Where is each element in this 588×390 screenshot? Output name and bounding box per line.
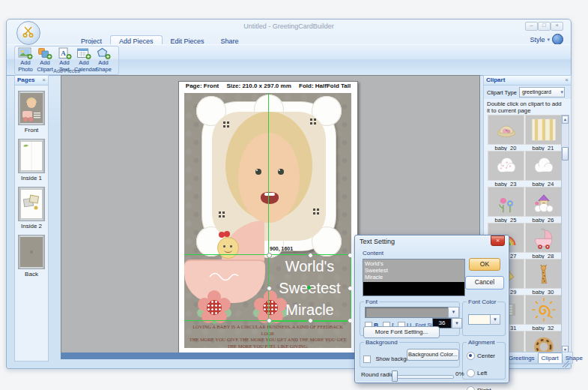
page-info-header: Page: Front Size: 210.0 x 297.0 mm Fold:… xyxy=(179,82,357,89)
resize-grip[interactable] xyxy=(563,361,569,368)
content-textarea[interactable]: World'sSweetestMiracle xyxy=(363,259,465,296)
giraffe-icon xyxy=(525,259,561,289)
content-label: Content xyxy=(363,250,384,256)
pram-baby-eye xyxy=(230,245,232,248)
button-label: Add xyxy=(55,60,74,66)
clipart-scrollbar[interactable]: ▲ ▼ xyxy=(561,115,569,355)
pram-baby-eye xyxy=(223,245,225,248)
pages-panel: Pages× FrontInside 1Inside 2Back xyxy=(14,75,49,362)
clipart-item[interactable] xyxy=(525,331,561,353)
ribbon-group-add-pieces: AddPhotoAddClipartAAddTextAddCalendarAdd… xyxy=(14,46,119,75)
tab-greetings[interactable]: Greetings xyxy=(506,353,538,363)
baby-photo[interactable] xyxy=(212,112,326,241)
radio-left[interactable] xyxy=(467,369,475,377)
clipart-item-baby_30[interactable]: baby_30 xyxy=(525,259,561,296)
title-bar[interactable]: Untitled - GreetingCardBuilder – □ × xyxy=(7,20,571,32)
pram-body-clipart[interactable] xyxy=(184,260,265,303)
clipart-item-baby_32[interactable]: baby_32 xyxy=(525,295,561,332)
clipart-icon xyxy=(37,47,52,59)
wreath-icon xyxy=(525,331,561,353)
round-radius-slider-thumb[interactable] xyxy=(392,370,398,382)
maximize-icon[interactable]: □ xyxy=(538,22,551,31)
clipart-item-baby_24[interactable]: baby_24 xyxy=(525,151,561,188)
background-color-button[interactable]: Background Color... xyxy=(407,349,459,361)
baby-teeth xyxy=(264,193,275,196)
page-label: Inside 1 xyxy=(15,175,48,182)
baby-eye xyxy=(278,169,284,175)
pram-baby-smile xyxy=(224,248,232,253)
close-icon[interactable]: × xyxy=(551,22,563,31)
resize-handle[interactable] xyxy=(308,253,313,258)
clipart-item-baby_26[interactable]: baby_26 xyxy=(525,187,561,224)
minimize-icon[interactable]: – xyxy=(525,22,538,31)
alignment-option-right[interactable]: Right xyxy=(467,383,495,390)
page-thumbnail xyxy=(18,139,45,173)
chevron-down-icon: ▾ xyxy=(547,37,550,43)
main-content: Pages× FrontInside 1Inside 2Back Page: F… xyxy=(7,74,571,363)
clipart-item-baby_20[interactable]: baby_20 xyxy=(488,115,524,152)
font-color-arrow-icon[interactable]: ▼ xyxy=(490,314,500,325)
clipart-item-baby_28[interactable]: baby_28 xyxy=(525,223,561,260)
clipart-type-select[interactable]: greetingcard xyxy=(519,87,565,98)
resize-handle[interactable] xyxy=(267,318,272,323)
button-label: Add xyxy=(16,60,35,66)
dialog-close-icon[interactable]: × xyxy=(491,236,505,246)
scroll-up-icon[interactable]: ▲ xyxy=(562,116,569,124)
background-group-label: Background xyxy=(364,339,399,346)
font-family-select[interactable] xyxy=(365,307,449,318)
clipart-hint: Double click on clipart to add it to cur… xyxy=(487,100,562,114)
font-family-arrow-icon[interactable]: ▼ xyxy=(448,307,459,318)
tab-clipart[interactable]: Clipart xyxy=(538,352,563,363)
page-thumbnail xyxy=(18,91,45,125)
page-item-front[interactable]: Front xyxy=(15,91,48,134)
font-size-arrow-icon[interactable]: ▼ xyxy=(452,318,462,328)
text-selection-box[interactable]: World'sSweetestMiracle xyxy=(268,254,351,322)
clipart-item-baby_21[interactable]: baby_21 xyxy=(525,115,561,152)
radio-label: Left xyxy=(477,370,487,376)
font-color-swatch[interactable] xyxy=(468,314,491,325)
clipart-item-baby_25[interactable]: baby_25 xyxy=(488,187,524,224)
resize-handle[interactable] xyxy=(348,318,351,323)
more-font-setting-button[interactable]: More Font Setting... xyxy=(363,326,440,338)
pages-close-icon[interactable]: × xyxy=(42,76,46,85)
radio-right[interactable] xyxy=(467,386,475,390)
clipart-close-icon[interactable]: × xyxy=(565,76,569,85)
page-item-inside-1[interactable]: Inside 1 xyxy=(15,139,48,182)
ok-button[interactable]: OK xyxy=(469,258,500,271)
radio-center[interactable] xyxy=(467,352,475,360)
style-menu[interactable]: Style ▾ xyxy=(530,34,563,45)
page-item-back[interactable]: Back xyxy=(15,235,48,278)
page-item-inside-2[interactable]: Inside 2 xyxy=(15,187,48,230)
scrollbar-thumb[interactable] xyxy=(562,147,569,160)
round-radius-slider[interactable] xyxy=(392,375,454,379)
button-label: Add xyxy=(35,60,55,66)
clipart-item-baby_23[interactable]: baby_23 xyxy=(488,151,524,188)
cloud-dots-icon xyxy=(488,151,524,181)
resize-handle[interactable] xyxy=(348,253,351,258)
button-label: Add xyxy=(74,60,94,66)
baby-mouth xyxy=(261,192,279,204)
style-label: Style xyxy=(530,36,545,44)
card-page[interactable]: Page: Front Size: 210.0 x 297.0 mm Fold:… xyxy=(178,81,358,353)
resize-handle[interactable] xyxy=(267,286,272,291)
alignment-option-left[interactable]: Left xyxy=(467,366,495,380)
clipart-type-row: Clipart Type greetingcard xyxy=(484,86,571,99)
alignment-option-center[interactable]: Center xyxy=(467,349,495,362)
resize-handle[interactable] xyxy=(308,318,313,323)
flower-clipart[interactable] xyxy=(207,300,222,315)
card-design-area[interactable]: LOVING A BABY IS A CIRCULAR BUSINESS, A … xyxy=(184,93,351,348)
app-menu-button[interactable] xyxy=(16,21,40,45)
ribbon-group-label: Add Pieces xyxy=(15,68,118,74)
show-background-checkbox[interactable] xyxy=(363,356,371,363)
frame-dots xyxy=(223,122,225,124)
cloud-house-icon xyxy=(525,187,561,217)
pram-baby-clipart[interactable] xyxy=(217,237,239,259)
font-color-group-label: Font Color xyxy=(467,298,497,305)
app-badge-icon xyxy=(552,34,563,45)
photo-frame[interactable] xyxy=(202,102,336,250)
resize-handle[interactable] xyxy=(348,286,351,291)
app-window: Untitled - GreetingCardBuilder – □ × Pro… xyxy=(6,19,572,369)
cancel-button[interactable]: Cancel xyxy=(465,276,504,290)
resize-handle[interactable] xyxy=(267,253,272,258)
pram-icon xyxy=(525,223,561,253)
